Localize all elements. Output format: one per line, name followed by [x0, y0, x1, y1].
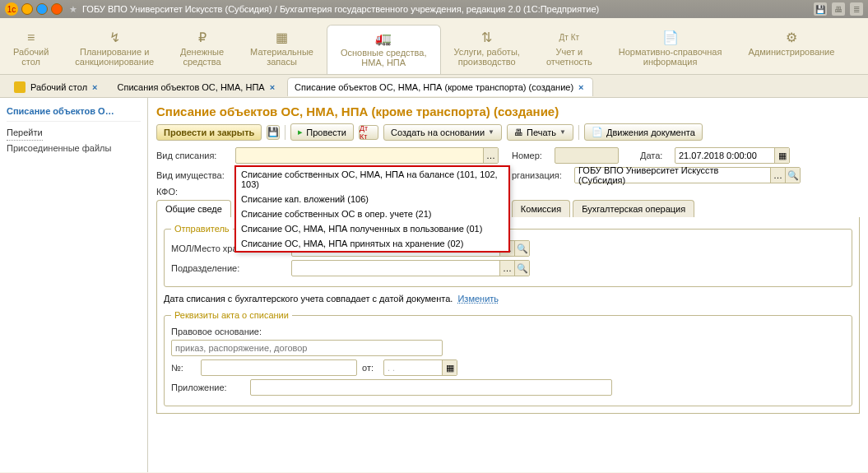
legend-rekvizity: Реквизиты акта о списании — [171, 310, 292, 320]
btn-2[interactable] — [36, 3, 48, 15]
sidebar-link-goto[interactable]: Перейти — [7, 125, 43, 141]
osnovanie-input[interactable] — [171, 340, 443, 356]
select-button[interactable]: … — [770, 168, 785, 183]
label-prilozhenie: Приложение: — [171, 383, 245, 392]
doc-icon: 📄 — [619, 29, 722, 47]
titlebar: 1c ★ ГОБУ ВПО Университет Искусств (Субс… — [0, 0, 868, 18]
menu-icon: ≡ — [13, 29, 49, 47]
section-reference[interactable]: 📄 Нормативно-справочная информация — [606, 25, 736, 74]
open-button[interactable]: 🔍 — [514, 241, 529, 256]
content: Списание объектов О… Перейти Присоединен… — [0, 98, 868, 472]
gear-icon: ⚙ — [748, 29, 834, 47]
calendar-button[interactable]: ▦ — [442, 360, 457, 375]
print-icon: 🖶 — [514, 128, 523, 137]
label-podrazdelenie: Подразделение: — [171, 263, 286, 273]
label-ot: от: — [362, 363, 378, 373]
section-accounting[interactable]: Дт Кт Учет и отчетность — [533, 25, 606, 74]
section-fixed-assets[interactable]: 🚛 Основные средства, НМА, НПА — [327, 25, 441, 74]
sidebar-link-files[interactable]: Присоединенные файлы — [7, 141, 141, 155]
tab-desktop[interactable]: Рабочий стол × — [7, 77, 107, 97]
form-area: Списание объектов ОС, НМА, НПА (кроме тр… — [148, 98, 868, 472]
doc-tab-general[interactable]: Общие сведе — [156, 200, 231, 217]
date-note-text: Дата списания с бухгалтерского учета сов… — [164, 294, 453, 304]
doc-movements-button[interactable]: 📄 Движения документа — [584, 123, 703, 141]
sidebar: Списание объектов О… Перейти Присоединен… — [0, 98, 148, 472]
action-bar: Провести и закрыть 💾 ▸ Провести Дт Кт Со… — [156, 123, 860, 141]
create-based-button[interactable]: Создать на основании ▼ — [383, 124, 502, 141]
btn-3[interactable] — [51, 3, 63, 15]
post-button[interactable]: ▸ Провести — [290, 123, 354, 141]
close-icon[interactable]: × — [578, 82, 583, 92]
label-org: рганизация: — [512, 170, 569, 180]
icon-save[interactable]: 💾 — [814, 2, 827, 16]
post-icon: ▸ — [298, 127, 303, 137]
close-icon[interactable]: × — [92, 82, 97, 92]
icon-print[interactable]: 🖶 — [832, 2, 845, 16]
label-vid-imush: Вид имущества: — [156, 170, 230, 180]
label-kfo: КФО: — [156, 187, 230, 197]
section-desktop[interactable]: ≡ Рабочий стол — [0, 25, 62, 74]
calendar-button[interactable]: ▦ — [774, 148, 789, 163]
section-admin[interactable]: ⚙ Администрирование — [735, 25, 847, 74]
window-controls — [21, 3, 63, 15]
doc-tab-accounting[interactable]: Бухгалтерская операция — [573, 200, 694, 217]
section-materials[interactable]: ▦ Материальные запасы — [237, 25, 327, 74]
legend-otpravitel: Отправитель — [171, 224, 233, 234]
icon-other[interactable]: ≣ — [850, 2, 863, 16]
close-icon[interactable]: × — [270, 82, 275, 92]
dropdown-item[interactable]: Списание собственных ОС, НМА, НПА на бал… — [236, 167, 508, 192]
arrows-icon: ⇅ — [454, 29, 520, 47]
favorite-icon[interactable]: ★ — [69, 4, 77, 15]
number2-input[interactable] — [201, 359, 357, 376]
date-input[interactable]: 21.07.2018 0:00:00 ▦ — [675, 147, 790, 164]
post-and-close-button[interactable]: Провести и закрыть — [156, 124, 262, 141]
chevron-down-icon: ▼ — [488, 128, 494, 136]
label-number2: №: — [171, 363, 196, 373]
dropdown-item[interactable]: Списание ОС, НМА, НПА принятых на хранен… — [236, 236, 508, 251]
lightning-icon: ↯ — [75, 29, 154, 47]
select-button[interactable]: … — [499, 261, 514, 276]
dropdown-item[interactable]: Списание ОС, НМА, НПА полученных в польз… — [236, 221, 508, 236]
dropdown-item[interactable]: Списание кап. вложений (106) — [236, 192, 508, 206]
prilozhenie-input[interactable] — [250, 379, 612, 396]
org-input[interactable]: ГОБУ ВПО Университет Искусств (Субсидия)… — [574, 167, 801, 183]
print-button[interactable]: 🖶 Печать ▼ — [507, 124, 573, 141]
vid-spisaniya-input[interactable]: … — [235, 147, 499, 164]
chevron-down-icon: ▼ — [559, 128, 566, 136]
tab-current[interactable]: Списание объектов ОС, НМА, НПА (кроме тр… — [287, 77, 592, 96]
section-money[interactable]: ₽ Денежные средства — [167, 25, 237, 74]
tab-list[interactable]: Списания объектов ОС, НМА, НПА × — [110, 77, 285, 96]
section-toolbar: ≡ Рабочий стол ↯ Планирование и санкцион… — [0, 18, 868, 75]
label-date: Дата: — [640, 151, 670, 160]
page-title: Списание объектов ОС, НМА, НПА (кроме тр… — [156, 104, 860, 118]
change-link[interactable]: Изменить — [457, 294, 499, 304]
desktop-icon — [14, 81, 26, 93]
btn-1[interactable] — [21, 3, 33, 15]
section-planning[interactable]: ↯ Планирование и санкционирование — [62, 25, 167, 74]
label-number: Номер: — [512, 151, 550, 160]
section-services[interactable]: ⇅ Услуги, работы, производство — [441, 25, 533, 74]
truck-icon: 🚛 — [341, 30, 427, 48]
doc-tab-commission[interactable]: Комиссия — [512, 200, 570, 217]
podrazd-input[interactable]: … 🔍 — [291, 260, 530, 276]
title-text: ГОБУ ВПО Университет Искусств (Субсидия)… — [82, 4, 599, 14]
open-button[interactable]: 🔍 — [514, 261, 529, 276]
dropdown-button[interactable]: … — [483, 148, 498, 163]
ruble-icon: ₽ — [180, 29, 224, 47]
sidebar-title: Списание объектов О… — [7, 106, 141, 122]
grid-icon: ▦ — [250, 29, 313, 47]
doc-icon: 📄 — [592, 127, 603, 137]
label-vid-spisaniya: Вид списания: — [156, 151, 230, 160]
label-osnovanie: Правовое основание: — [171, 327, 286, 336]
dropdown-item[interactable]: Списание собственных ОС в опер. учете (2… — [236, 206, 508, 221]
open-button[interactable]: 🔍 — [785, 168, 800, 183]
tabbar: Рабочий стол × Списания объектов ОС, НМА… — [0, 75, 868, 98]
group-rekvizity: Реквизиты акта о списании Правовое основ… — [164, 310, 852, 406]
vid-spisaniya-dropdown: Списание собственных ОС, НМА, НПА на бал… — [234, 165, 510, 253]
ot-input[interactable]: . . ▦ — [383, 359, 457, 376]
app-logo: 1c — [5, 2, 18, 16]
number-input[interactable] — [555, 147, 619, 164]
dtkt-icon: Дт Кт — [546, 29, 592, 47]
dtkt-button[interactable]: Дт Кт — [359, 125, 378, 140]
save-button[interactable]: 💾 — [267, 125, 280, 140]
